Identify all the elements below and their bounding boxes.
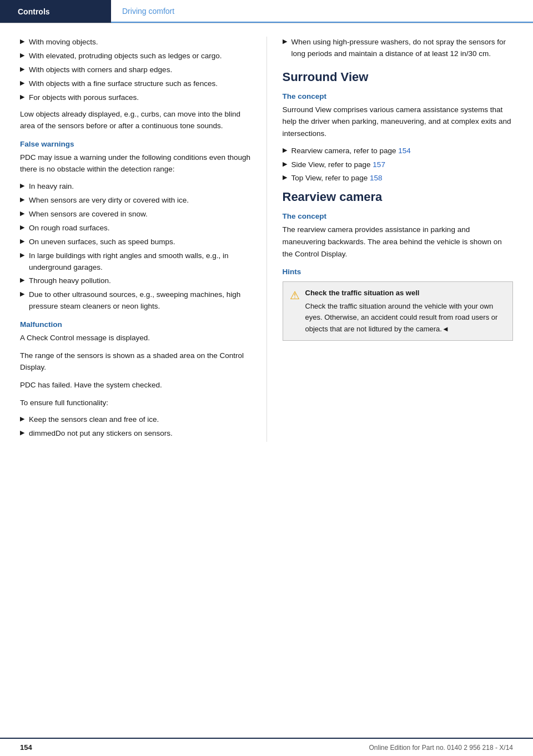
bullet-text: Rearview camera, refer to page 154 (291, 145, 411, 157)
surround-concept-heading: The concept (283, 92, 514, 100)
bullet-arrow-icon: ▶ (283, 147, 287, 154)
bullet-arrow-icon: ▶ (20, 415, 24, 422)
bullet-text: Due to other ultrasound sources, e.g., s… (29, 289, 251, 313)
bullet-text: In heavy rain. (29, 181, 74, 193)
bullet-text: With moving objects. (29, 37, 98, 48)
false-warnings-heading: False warnings (20, 140, 251, 148)
bullet-arrow-icon: ▶ (20, 196, 24, 203)
surround-view-heading: Surround View (283, 70, 514, 84)
list-item: ▶With objects with a fine surface struct… (20, 78, 251, 90)
list-item: ▶In large buildings with right angles an… (20, 250, 251, 274)
bullet-arrow-icon: ▶ (20, 251, 24, 259)
bullet-arrow-icon: ▶ (20, 79, 24, 87)
list-item: ▶Due to other ultrasound sources, e.g., … (20, 289, 251, 313)
bullet-text: Top View, refer to page 158 (291, 173, 383, 184)
bullet-arrow-icon: ▶ (283, 160, 287, 168)
list-item: ▶Top View, refer to page 158 (283, 173, 514, 184)
list-item: ▶With objects with corners and sharp edg… (20, 64, 251, 76)
malfunction-para: A Check Control message is displayed. (20, 332, 251, 344)
intro-bullet-item: ▶ When using high-pressure washers, do n… (283, 37, 514, 60)
bullet-text: When sensors are covered in snow. (29, 209, 148, 220)
bullet-arrow-icon: ▶ (283, 174, 287, 181)
warning-triangle-icon: ⚠ (290, 289, 300, 302)
list-item: ▶With elevated, protruding objects such … (20, 51, 251, 62)
header-controls-tab[interactable]: Controls (0, 0, 111, 23)
malfunction-items-list: ▶Keep the sensors clean and free of ice.… (20, 414, 251, 440)
bullet-arrow-icon: ▶ (20, 52, 24, 59)
malfunction-paras: A Check Control message is displayed.The… (20, 332, 251, 409)
bullet-arrow-icon: ▶ (283, 38, 287, 45)
bullet-arrow-icon: ▶ (20, 182, 24, 189)
false-warnings-para: PDC may issue a warning under the follow… (20, 152, 251, 175)
intro-bullet-text: When using high-pressure washers, do not… (291, 37, 514, 60)
bullet-arrow-icon: ▶ (20, 224, 24, 231)
bullet-text: Keep the sensors clean and free of ice. (29, 414, 159, 426)
list-item: ▶In heavy rain. (20, 181, 251, 193)
bullet-text: When sensors are very dirty or covered w… (29, 195, 189, 206)
bullet-text: Through heavy pollution. (29, 275, 111, 287)
breadcrumb-label: Driving comfort (122, 7, 174, 16)
list-item: ▶dimmedDo not put any stickers on sensor… (20, 428, 251, 440)
bullet-text: In large buildings with right angles and… (29, 250, 251, 274)
bullet-text: With elevated, protruding objects such a… (29, 51, 222, 62)
rearview-para: The rearview camera provides assistance … (283, 224, 514, 260)
warning-line1: Check the traffic situation as well (305, 288, 506, 299)
list-item: ▶With moving objects. (20, 37, 251, 48)
list-item: ▶Through heavy pollution. (20, 275, 251, 287)
page-link[interactable]: 158 (370, 174, 383, 182)
bullet-text: On uneven surfaces, such as speed bumps. (29, 236, 175, 248)
surround-view-items: ▶Rearview camera, refer to page 154▶Side… (283, 145, 514, 185)
page-footer: 154 Online Edition for Part no. 0140 2 9… (0, 738, 533, 756)
right-column: ▶ When using high-pressure washers, do n… (267, 37, 534, 442)
main-content: ▶With moving objects.▶With elevated, pro… (0, 23, 533, 464)
page-link[interactable]: 157 (373, 160, 385, 169)
warning-text-content: Check the traffic situation as well Chec… (305, 288, 506, 335)
warning-line2: Check the traffic situation around the v… (305, 301, 506, 334)
list-item: ▶Side View, refer to page 157 (283, 159, 514, 171)
bullet-arrow-icon: ▶ (20, 38, 24, 45)
malfunction-para: PDC has failed. Have the system checked. (20, 379, 251, 391)
bullet-text: Side View, refer to page 157 (291, 159, 385, 171)
para-low-objects: Low objects already displayed, e.g., cur… (20, 108, 251, 132)
bullet-arrow-icon: ▶ (20, 238, 24, 245)
bullet-arrow-icon: ▶ (20, 276, 24, 284)
footer-info: Online Edition for Part no. 0140 2 956 2… (369, 744, 513, 752)
controls-label: Controls (18, 7, 50, 16)
page-link[interactable]: 154 (398, 147, 411, 155)
bullet-text: On rough road surfaces. (29, 223, 110, 234)
list-item: ▶Keep the sensors clean and free of ice. (20, 414, 251, 426)
bullet-text: dimmedDo not put any stickers on sensors… (29, 428, 173, 440)
left-column: ▶With moving objects.▶With elevated, pro… (0, 37, 267, 442)
rearview-camera-heading: Rearview camera (283, 190, 514, 204)
list-item: ▶On rough road surfaces. (20, 223, 251, 234)
list-item: ▶For objects with porous surfaces. (20, 92, 251, 104)
bullet-text: With objects with corners and sharp edge… (29, 64, 172, 76)
rearview-concept-heading: The concept (283, 212, 514, 220)
bullet-arrow-icon: ▶ (20, 93, 24, 100)
bullet-arrow-icon: ▶ (20, 65, 24, 73)
page-number: 154 (20, 743, 32, 752)
malfunction-heading: Malfunction (20, 320, 251, 329)
bullet-arrow-icon: ▶ (20, 429, 24, 436)
bullet-text: For objects with porous surfaces. (29, 92, 139, 104)
list-item: ▶On uneven surfaces, such as speed bumps… (20, 236, 251, 248)
page-header: Controls Driving comfort (0, 0, 533, 23)
surround-view-para: Surround View comprises various camera a… (283, 104, 514, 140)
bullet-text: With objects with a fine surface structu… (29, 78, 218, 90)
bullet-arrow-icon: ▶ (20, 290, 24, 298)
list-item: ▶When sensors are covered in snow. (20, 209, 251, 220)
list-item: ▶Rearview camera, refer to page 154 (283, 145, 514, 157)
bullet-arrow-icon: ▶ (20, 210, 24, 217)
malfunction-para: To ensure full functionality: (20, 397, 251, 409)
hints-heading: Hints (283, 268, 514, 276)
malfunction-para: The range of the sensors is shown as a s… (20, 350, 251, 374)
list-item: ▶When sensors are very dirty or covered … (20, 195, 251, 206)
false-warnings-list: ▶In heavy rain.▶When sensors are very di… (20, 181, 251, 313)
header-breadcrumb: Driving comfort (111, 0, 533, 23)
warning-box: ⚠ Check the traffic situation as well Ch… (283, 281, 514, 341)
top-bullet-list: ▶With moving objects.▶With elevated, pro… (20, 37, 251, 104)
